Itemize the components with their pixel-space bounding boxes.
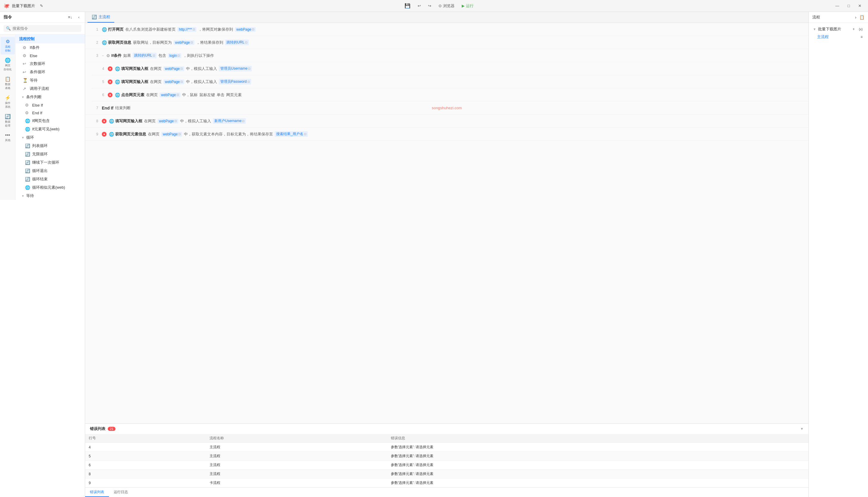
else-if-label: Else If — [32, 103, 43, 108]
tree-item-end-if[interactable]: ⚙ End If — [15, 109, 85, 117]
left-sidebar: 指令 ≡↓ ‹ 🔍 ⚙ 流程控制 — [0, 12, 85, 497]
run-button[interactable]: ▶ 运行 — [459, 2, 476, 10]
tab-run-log[interactable]: 运行日志 — [109, 488, 133, 497]
edit-button[interactable]: ✎ — [38, 2, 45, 9]
undo-icon: ↩ — [418, 3, 421, 8]
sidebar-collapse-button[interactable]: ‹ — [76, 14, 81, 20]
loop-header[interactable]: ▼ 循环 — [15, 133, 85, 142]
tree-item-count-loop[interactable]: ↩ 次数循环 — [15, 59, 85, 68]
right-expand-button[interactable]: › — [854, 14, 857, 20]
nav-item-data-processing[interactable]: 🔄 数据处理 — [1, 112, 15, 129]
loop-exit-label: 循环退出 — [32, 168, 48, 173]
step-row-2[interactable]: 2 🌐 获取网页信息 获取网址，目标网页为 webPage⊡ ，将结果保存到 跳… — [85, 36, 809, 49]
minimize-button[interactable]: — — [832, 2, 842, 9]
step-row-6[interactable]: 6 ● 🌐 点击网页元素 在网页 webPage⊡ 中，鼠标 鼠标左键 单击 网… — [91, 88, 809, 101]
error-table: 行号 流程名称 错误信息 4 主流程 参数'选择元素': 请选择元素 5 主流程… — [85, 434, 809, 487]
step-row-8[interactable]: 8 ● 🌐 填写网页输入框 在网页 webPage⊡ 中，模拟人工输入 新用户U… — [85, 115, 809, 128]
tree-item-else[interactable]: ⚙ Else — [15, 52, 85, 59]
flow-control-header[interactable]: 流程控制 — [15, 34, 85, 43]
right-tree-project[interactable]: ▼ 批量下载图片 + {x} — [811, 25, 866, 33]
tree-item-loop-similar[interactable]: 🌐 循环相似元素(web) — [15, 183, 85, 191]
sidebar-sort-button[interactable]: ≡↓ — [66, 14, 74, 20]
right-panel: 流程 › 📋 ▼ 批量下载图片 + {x} 主流程 ≡ — [809, 12, 868, 497]
browser-button[interactable]: ⊙ 浏览器 — [436, 2, 457, 10]
end-if-icon: ⚙ — [25, 110, 30, 115]
step-collapse-3[interactable]: − — [102, 54, 104, 58]
main-layout: 指令 ≡↓ ‹ 🔍 ⚙ 流程控制 — [0, 12, 868, 497]
nav-item-other[interactable]: ••• 其他 — [1, 131, 15, 144]
tree-item-else-if[interactable]: ⚙ Else If — [15, 101, 85, 109]
browser-label: 浏览器 — [443, 3, 455, 9]
wait-label: 等待 — [30, 78, 38, 83]
step-content-3: If条件 如果 跳转的URL⊡ 包含 login⊡ ，则执行以下操作 — [111, 53, 804, 58]
close-button[interactable]: ✕ — [855, 2, 865, 9]
tree-item-continue-loop[interactable]: 🔄 继续下一次循环 — [15, 158, 85, 167]
tree-item-list-loop[interactable]: 🔄 列表循环 — [15, 142, 85, 150]
browser-icon: ⊙ — [439, 3, 442, 8]
tree-item-if-element-visible[interactable]: 🌐 If元素可见(web) — [15, 125, 85, 133]
layer-button[interactable]: ≡ — [859, 34, 864, 39]
tree-item-infinite-loop[interactable]: 🔄 无限循环 — [15, 150, 85, 158]
tree-item-call-subflow[interactable]: ↗ 调用子流程 — [15, 85, 85, 93]
right-panel-body: ▼ 批量下载图片 + {x} 主流程 ≡ — [809, 23, 868, 497]
condition-judge-header[interactable]: ▼ 条件判断 — [15, 93, 85, 101]
if-page-icon: 🌐 — [25, 118, 30, 123]
step-num-1: 1 — [90, 27, 98, 31]
step-row-9[interactable]: 9 ● 🌐 获取网页元素信息 在网页 webPage⊡ 中，获取元素文本内容，目… — [85, 128, 809, 141]
step-row-7[interactable]: 7 End If 结束判断 songshuhezi.com — [85, 101, 809, 115]
wait-section-header[interactable]: ▼ 等待 — [15, 191, 85, 200]
tree-item-loop-exit[interactable]: 🔄 循环退出 — [15, 167, 85, 175]
search-input[interactable] — [13, 26, 79, 31]
condition-judge-expand: ▼ — [22, 96, 25, 99]
cell-line: 9 — [85, 479, 206, 487]
app-title: 批量下载图片 — [12, 3, 35, 9]
other-icon: ••• — [5, 132, 10, 138]
error-panel-header[interactable]: 错误列表 21 ▼ — [85, 424, 809, 434]
tree-item-wait[interactable]: ⏳ 等待 — [15, 76, 85, 85]
loop-exit-icon: 🔄 — [25, 168, 30, 173]
step-num-2: 2 — [90, 41, 98, 45]
wait-section-label: 等待 — [26, 193, 34, 199]
web-icon: 🌐 — [5, 57, 11, 63]
cell-flow: 主流程 — [206, 461, 387, 470]
tree-item-condition-loop[interactable]: ↩ 条件循环 — [15, 68, 85, 76]
tree-item-loop-end[interactable]: 🔄 循环结束 — [15, 175, 85, 183]
add-flow-button[interactable]: + — [851, 27, 856, 31]
if-condition-icon: ⚙ — [23, 45, 27, 50]
tree-item-if-page-contain[interactable]: 🌐 If网页包含 — [15, 117, 85, 125]
step-row-1[interactable]: 1 🌐 打开网页 在八爪鱼浏览器中新建标签页 http://***⊡ ，将网页对… — [85, 23, 809, 36]
project-name: 批量下载图片 — [818, 27, 841, 32]
var-button[interactable]: {x} — [857, 27, 864, 31]
error-panel-title: 错误列表 — [90, 426, 105, 431]
table-row: 5 主流程 参数'选择元素': 请选择元素 — [85, 452, 809, 461]
cell-line: 5 — [85, 452, 206, 461]
save-button[interactable]: 💾 — [402, 2, 413, 10]
redo-icon: ↪ — [428, 3, 431, 8]
step-row-5[interactable]: 5 ● 🌐 填写网页输入框 在网页 webPage⊡ 中，模拟人工输入 管理员P… — [91, 75, 809, 88]
end-if-text: End If — [102, 106, 113, 110]
nav-item-data-table[interactable]: 📋 数据表格 — [1, 74, 15, 92]
nav-item-web-automation[interactable]: 🌐 网页自动化 — [1, 56, 15, 73]
cell-line: 4 — [85, 443, 206, 452]
cell-flow: 主流程 — [206, 470, 387, 479]
step-row-3[interactable]: 3 − ⚙ If条件 如果 跳转的URL⊡ 包含 login⊡ ，则执行以下操作 — [85, 49, 809, 62]
sidebar-nav-layout: ⚙ 流程控制 🌐 网页自动化 📋 数据表格 ⚡ 操作系统 — [0, 34, 85, 200]
step-icon-3: ⚙ — [106, 53, 110, 58]
tab-error-list[interactable]: 错误列表 — [85, 488, 109, 497]
maximize-button[interactable]: □ — [844, 2, 853, 9]
if-page-label: If网页包含 — [32, 118, 50, 124]
redo-button[interactable]: ↪ — [426, 2, 434, 9]
error-panel-tabs: 错误列表 运行日志 — [85, 487, 809, 497]
nav-item-flow-control[interactable]: ⚙ 流程控制 — [1, 37, 15, 55]
step-icon-5: 🌐 — [115, 80, 120, 84]
wait-icon: ⏳ — [23, 78, 27, 83]
step-row-4[interactable]: 4 ● 🌐 填写网页输入框 在网页 webPage⊡ 中，模拟人工输入 管理员U… — [91, 62, 809, 75]
list-loop-icon: 🔄 — [25, 143, 30, 148]
right-subflow-item[interactable]: 主流程 ≡ — [811, 33, 866, 41]
nav-item-operation-system[interactable]: ⚡ 操作系统 — [1, 93, 15, 111]
undo-button[interactable]: ↩ — [415, 2, 423, 9]
cell-flow: 卡流程 — [206, 479, 387, 487]
tree-item-if-condition[interactable]: ⚙ If条件 — [15, 43, 85, 52]
search-icon: 🔍 — [6, 26, 11, 31]
tab-main-flow[interactable]: 🔄 主流程 — [87, 12, 114, 23]
